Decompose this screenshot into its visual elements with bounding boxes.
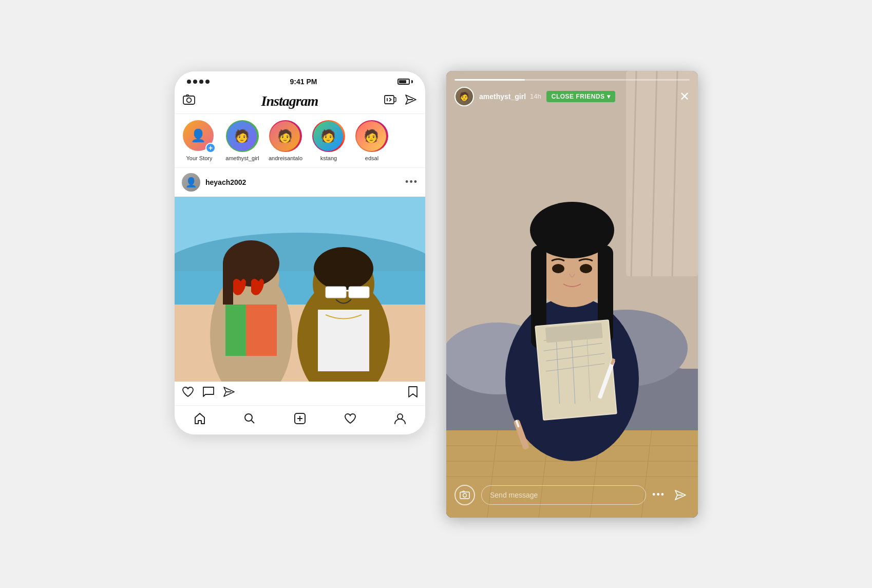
story-item-edsal[interactable]: 🧑 edsal	[353, 120, 390, 161]
signal-dot-1	[187, 80, 191, 84]
kstang-avatar-wrap: 🧑	[312, 120, 345, 153]
close-friends-label: CLOSE FRIENDS	[552, 93, 605, 100]
story-close-button[interactable]: ✕	[679, 90, 690, 103]
story-user-row: 🧑 amethyst_girl 14h CLOSE FRIENDS ▾ ✕	[454, 87, 690, 106]
signal-dot-3	[199, 80, 203, 84]
story-time: 14h	[530, 92, 541, 100]
close-icon: ✕	[679, 89, 690, 103]
nav-activity-button[interactable]	[340, 411, 361, 426]
story-user-left: 🧑 amethyst_girl 14h CLOSE FRIENDS ▾	[454, 87, 615, 106]
your-story-label: Your Story	[186, 155, 213, 161]
chevron-down-icon: ▾	[607, 93, 611, 100]
andrei-avatar-wrap: 🧑	[269, 120, 302, 153]
story-camera-button[interactable]	[454, 485, 475, 505]
nav-add-button[interactable]	[290, 411, 310, 426]
post-username: heyach2002	[205, 178, 246, 186]
signal-dot-2	[193, 80, 197, 84]
story-view: 🧑 amethyst_girl 14h CLOSE FRIENDS ▾ ✕	[446, 71, 698, 518]
amethyst-avatar-img: 🧑	[227, 121, 257, 151]
like-button[interactable]	[182, 386, 194, 401]
battery-fill	[399, 80, 406, 83]
post-avatar: 👤	[182, 173, 200, 192]
story-item-amethyst[interactable]: 🧑 amethyst_girl	[224, 120, 261, 161]
nav-home-button[interactable]	[189, 411, 210, 426]
post-more-button[interactable]: •••	[405, 177, 418, 187]
battery-body	[397, 79, 410, 85]
andrei-avatar-img: 🧑	[270, 121, 300, 151]
svg-rect-3	[385, 96, 394, 104]
story-item-kstang[interactable]: 🧑 kstang	[310, 120, 347, 161]
stories-bar: 👤 + Your Story 🧑 amethyst_girl	[175, 114, 425, 168]
story-item-your-story[interactable]: 👤 + Your Story	[181, 120, 218, 161]
story-background	[446, 71, 698, 518]
edsal-avatar-img: 🧑	[356, 121, 386, 151]
svg-rect-18	[225, 305, 246, 356]
bottom-navigation	[175, 405, 425, 434]
edsal-label: edsal	[365, 155, 378, 161]
svg-point-27	[245, 414, 252, 421]
svg-point-54	[530, 202, 614, 258]
story-send-button[interactable]	[671, 486, 690, 504]
story-footer: •••	[446, 477, 698, 518]
share-button[interactable]	[223, 386, 235, 401]
story-header: 🧑 amethyst_girl 14h CLOSE FRIENDS ▾ ✕	[446, 71, 698, 110]
story-item-andrei[interactable]: 🧑 andreisantalo	[267, 120, 304, 161]
svg-rect-16	[223, 263, 233, 305]
igtv-button[interactable]	[384, 94, 396, 108]
post-avatar-img: 👤	[182, 173, 200, 192]
story-user-avatar: 🧑	[454, 87, 474, 106]
main-container: 9:41 PM Instagram	[154, 50, 718, 538]
save-button[interactable]	[408, 386, 418, 401]
amethyst-label: amethyst_girl	[225, 155, 259, 161]
svg-line-7	[389, 100, 391, 101]
kstang-avatar: 🧑	[313, 121, 343, 151]
story-user-info: amethyst_girl 14h	[479, 92, 541, 101]
camera-button[interactable]	[183, 94, 195, 108]
story-message-input[interactable]	[481, 485, 646, 505]
svg-point-32	[397, 414, 403, 419]
svg-rect-2	[186, 94, 188, 96]
post-action-left	[182, 386, 235, 401]
header-right-icons	[384, 94, 417, 108]
post-container: 👤 heyach2002 •••	[175, 168, 425, 405]
your-story-avatar-wrap: 👤 +	[183, 120, 216, 153]
beach-scene	[175, 197, 425, 382]
andrei-ring: 🧑	[269, 120, 302, 152]
kstang-avatar-img: 🧑	[313, 121, 343, 151]
amethyst-avatar: 🧑	[227, 121, 257, 151]
kstang-label: kstang	[320, 155, 337, 161]
nav-profile-button[interactable]	[390, 411, 410, 426]
signal-dots	[187, 80, 210, 84]
instagram-header: Instagram	[175, 89, 425, 114]
svg-point-74	[463, 494, 467, 497]
story-more-button[interactable]: •••	[652, 489, 665, 500]
instagram-logo: Instagram	[261, 93, 318, 109]
direct-messages-button[interactable]	[405, 94, 417, 108]
svg-rect-73	[460, 492, 469, 499]
svg-point-21	[314, 247, 373, 290]
edsal-ring: 🧑	[355, 120, 388, 152]
svg-rect-22	[326, 287, 346, 298]
kstang-ring: 🧑	[312, 120, 345, 152]
story-user-avatar-img: 🧑	[456, 88, 473, 105]
nav-search-button[interactable]	[239, 411, 260, 426]
svg-line-28	[252, 420, 255, 423]
andrei-avatar: 🧑	[270, 121, 300, 151]
post-image	[175, 197, 425, 382]
edsal-avatar: 🧑	[356, 121, 386, 151]
edsal-avatar-wrap: 🧑	[355, 120, 388, 153]
svg-point-1	[187, 98, 192, 102]
svg-rect-0	[183, 96, 195, 104]
svg-point-55	[552, 264, 564, 273]
status-bar: 9:41 PM	[175, 71, 425, 89]
andrei-label: andreisantalo	[269, 155, 302, 161]
close-friends-button[interactable]: CLOSE FRIENDS ▾	[546, 91, 615, 102]
add-story-plus[interactable]: +	[205, 143, 216, 153]
phone-mockup: 9:41 PM Instagram	[174, 71, 426, 435]
battery-indicator	[397, 79, 413, 85]
svg-point-56	[580, 264, 592, 273]
story-progress-fill	[454, 79, 525, 81]
battery-tip	[411, 80, 413, 83]
svg-rect-4	[394, 98, 396, 102]
comment-button[interactable]	[202, 386, 215, 401]
